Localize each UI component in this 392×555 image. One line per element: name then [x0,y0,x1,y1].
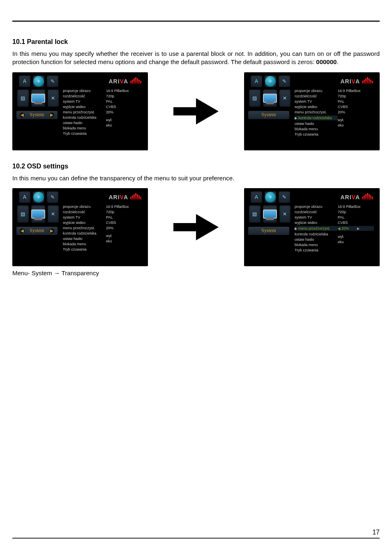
label-res: rozdzielczość [295,210,338,214]
menu-settings-list: proporcje obrazu rozdzielczość system TV… [291,76,376,147]
chev-left-icon[interactable]: ◀ [20,228,25,233]
ariva-logo-text: ARIVA [340,78,360,85]
language-icon: A [23,194,26,200]
value-standby: eko [338,240,374,244]
label-osd: menu przeźroczyst. [63,226,106,230]
section-10-1-paragraph: In this menu you may specify whether the… [12,50,380,67]
chev-right-icon[interactable]: ▶ [49,228,54,233]
value-arrow-right-icon[interactable]: ▶ [357,227,360,230]
label-aspect: proporcje obrazu [295,205,338,209]
menu-tile-system-icon [31,205,45,223]
value-osd: 20% [106,226,142,230]
label-out: wyjście wideo [63,105,106,109]
value-standby: eko [338,123,374,127]
label-aspect: proporcje obrazu [63,89,106,93]
menu-tile-accessibility-icon: ✦ [33,191,44,203]
ariva-logo-bars [362,193,373,200]
menu-tile-language-icon: A [19,76,30,87]
value-out: CVBS [338,221,374,225]
system-tab-label: System [30,228,44,234]
menu-tile-language-icon: A [19,191,30,203]
menu-values-column: 16:9 PillarBox 720p PAL CVBS 20% wył. ek… [106,205,142,261]
menu-tile-tools2-icon: ✕ [48,90,59,107]
menu-settings-list: proporcje obrazu rozdzielczość system TV… [59,76,144,147]
menu-settings-list: proporcje obrazu rozdzielczość system TV… [59,191,144,263]
system-tab[interactable]: ◀ System ▶ [16,111,58,119]
value-tv: PAL [106,99,142,104]
screenshot-system-menu-right-10-1: ARIVA A ✦ ✎ ▤ ✕ System proporcje obrazu [244,72,380,150]
label-parental-selected[interactable]: ▶kontrola rodzicielska [295,115,338,120]
ariva-logo-bars [130,193,141,200]
list-icon: ▤ [21,211,25,217]
page-bottom-rule [12,538,380,539]
menu-tile-tools2-icon: ✕ [279,205,291,223]
value-osd: 20% [338,110,374,114]
menu-values-column: 16:9 PillarBox 720p PAL CVBS 20% wył. ek… [338,89,374,145]
system-tab-label: System [30,112,44,118]
menu-icon-grid: A ✦ ✎ ▤ ✕ ◀ System ▶ [16,191,59,263]
screenshot-system-menu-left-10-2: ARIVA A ✦ ✎ ▤ ✕ ◀ System ▶ proporcje obr… [12,188,148,266]
arrow-right-icon [165,95,227,128]
ariva-logo-text: ARIVA [108,78,128,85]
menu-tile-list-icon: ▤ [17,205,29,223]
menu-tile-list-icon: ▤ [17,90,29,107]
ariva-logo-bars [362,77,373,84]
tools-icon: ✎ [51,78,55,84]
system-tab[interactable]: System [248,111,289,119]
page-number: 17 [12,529,380,536]
page-footer: 17 [12,529,380,539]
system-tab-label: System [261,228,276,234]
menu-tile-list-icon: ▤ [249,205,261,223]
figure-breadcrumb-10-2: Menu- System → Transparency [12,269,380,276]
person-icon: ✦ [268,78,272,84]
label-res: rozdzielczość [63,94,106,98]
tools-icon: ✎ [51,194,55,200]
label-menulock: blokada menu [63,242,106,246]
menu-labels-column: proporcje obrazu rozdzielczość system TV… [63,205,106,261]
language-icon: A [255,78,258,84]
selection-arrow-icon: ▶ [295,116,297,120]
menu-icon-grid: A ✦ ✎ ▤ ✕ ◀ System ▶ [16,76,59,147]
label-parental: kontrola rodzicielska [63,231,106,235]
label-tv: system TV [295,99,338,104]
label-tv: system TV [63,215,106,219]
label-osd: menu przeźroczyst. [63,110,106,114]
crossed-tools-icon: ✕ [51,95,55,101]
label-out: wyjście wideo [295,221,338,225]
label-menulock: blokada menu [295,127,338,131]
ariva-logo-text: ARIVA [108,194,128,200]
list-icon: ▤ [252,95,257,101]
monitor-icon [263,94,277,103]
system-tab[interactable]: ◀ System ▶ [16,227,58,235]
value-out: CVBS [338,105,374,109]
ariva-logo: ARIVA [340,193,373,200]
value-arrow-left-icon[interactable]: ◀ [338,227,340,230]
label-osd-selected[interactable]: ▶menu przeźroczyst. [295,226,338,231]
chev-left-icon[interactable]: ◀ [20,113,25,117]
label-menulock: blokada menu [63,126,106,130]
label-aspect: proporcje obrazu [295,89,338,93]
language-icon: A [23,78,26,84]
value-osd: 20% [106,110,142,114]
monitor-icon [263,210,277,219]
figure-row-10-2: ARIVA A ✦ ✎ ▤ ✕ ◀ System ▶ proporcje obr… [12,188,380,266]
label-standby: Tryb czuwania [63,131,106,136]
tools-icon: ✎ [282,78,286,84]
value-osd-selected[interactable]: ◀20%▶ [338,226,374,231]
value-out: CVBS [106,221,142,225]
system-tab[interactable]: System [248,227,289,235]
menu-tile-tools-icon: ✎ [279,191,290,203]
value-aspect: 16:9 PillarBox [338,205,374,209]
menu-tile-accessibility-icon: ✦ [33,76,44,87]
value-res: 720p [106,94,142,98]
menu-tile-tools-icon: ✎ [47,191,58,203]
chev-right-icon[interactable]: ▶ [49,113,54,117]
menu-tile-list-icon: ▤ [249,90,261,107]
arrow-right-icon [165,211,227,244]
list-icon: ▤ [252,211,257,217]
value-aspect: 16:9 PillarBox [338,89,374,93]
value-menulock: wył. [338,235,374,239]
value-standby: eko [106,123,142,127]
section-10-2-paragraph: In this menu you can define the transpar… [12,174,380,182]
section-10-1-text-suffix: . [337,58,338,65]
